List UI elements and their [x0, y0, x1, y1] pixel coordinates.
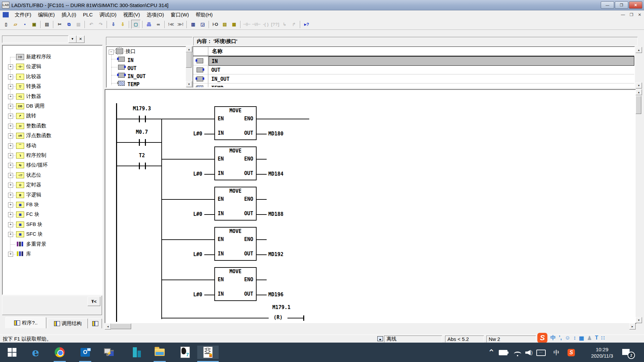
paste-icon[interactable]: ▧	[74, 20, 83, 28]
touch-keyboard-icon[interactable]: ∷∷	[536, 348, 546, 358]
goto-prev-error-icon[interactable]: !≪	[167, 20, 175, 28]
empty-box-icon[interactable]: [??]	[271, 20, 279, 28]
catalog-item-status-bits[interactable]: 状态位	[26, 172, 41, 178]
minimize-button[interactable]: —	[601, 1, 614, 9]
view-overview-icon[interactable]: ◲	[198, 20, 207, 28]
scroll-thumb[interactable]	[186, 52, 192, 68]
catalog-item-library[interactable]: 库	[26, 251, 31, 257]
catalog-item-new-network[interactable]: 新建程序段	[26, 54, 51, 60]
expand-button[interactable]: +	[8, 153, 13, 158]
block-output-operand[interactable]: MD196	[268, 292, 305, 298]
overview-toggle-button[interactable]: Ŧ<	[88, 297, 100, 306]
chrome-taskbar-button[interactable]	[53, 346, 66, 359]
block-title[interactable]: MOVE	[214, 148, 257, 154]
scroll-up-arrow[interactable]: ▲	[636, 89, 642, 95]
interface-tree-item-IN_OUT[interactable]: IN_OUT	[127, 72, 146, 80]
block-output-operand[interactable]: MD184	[268, 171, 305, 177]
ime-zh-icon[interactable]: 中	[551, 348, 561, 358]
catalog-item-multi-instance[interactable]: 多重背景	[26, 241, 46, 247]
catalog-field[interactable]	[2, 36, 68, 43]
scroll-left-arrow[interactable]: ◄	[105, 323, 111, 329]
block-title[interactable]: MOVE	[214, 108, 257, 114]
download-icon[interactable]: ⇩	[109, 20, 118, 28]
expand-button[interactable]: +	[8, 163, 13, 168]
expand-button[interactable]: +	[8, 143, 13, 148]
cut-icon[interactable]: ✂	[55, 20, 64, 28]
ladder-vscrollbar[interactable]: ▲▼	[636, 89, 642, 322]
server-taskbar-button[interactable]	[130, 346, 144, 359]
block-title[interactable]: MOVE	[214, 228, 257, 234]
restore-button[interactable]: ❐	[615, 1, 628, 9]
catalog-item-program-control[interactable]: 程序控制	[26, 152, 46, 159]
expand-button[interactable]: +	[8, 133, 13, 138]
block-input-operand[interactable]: L#0	[177, 292, 202, 298]
catalog-close-button[interactable]: ✕	[76, 36, 85, 43]
voice-icon[interactable]: ↕	[573, 335, 576, 341]
tab-调用结构[interactable]: 调用结构	[48, 318, 88, 328]
contact-operand[interactable]: M179.3	[118, 106, 165, 112]
expand-button[interactable]: +	[8, 173, 13, 178]
expand-button[interactable]: +	[8, 212, 13, 217]
copy-icon[interactable]: ⧉	[65, 20, 73, 28]
menu-文件F[interactable]: 文件(F)	[11, 11, 35, 19]
interface-tree-item-TEMP[interactable]: TEMP	[127, 80, 140, 88]
outlook-taskbar-button[interactable]: O	[78, 346, 92, 359]
block-input-operand[interactable]: L#0	[177, 131, 202, 137]
contact-operand[interactable]: T2	[118, 153, 165, 159]
view-lad-icon[interactable]: ▥	[189, 20, 198, 28]
catalog-item-bit-logic[interactable]: 位逻辑	[26, 63, 41, 70]
catalog-item-fb-block[interactable]: FB 块	[26, 201, 39, 208]
scroll-up-arrow[interactable]: ▲	[636, 47, 642, 53]
coil-icon[interactable]: -( )	[261, 20, 270, 28]
taskbar-clock[interactable]: 10:29 2020/11/3	[585, 347, 619, 359]
chevron-up-icon[interactable]: ⌃	[486, 348, 496, 358]
contact-no-icon[interactable]: ⊣⊢	[243, 20, 251, 28]
menu-窗口W[interactable]: 窗口(W)	[167, 11, 192, 19]
program-elements-icon[interactable]: ▤	[220, 20, 229, 28]
contact-operand[interactable]: M0.7	[118, 129, 165, 135]
block-output-operand[interactable]: MD180	[268, 131, 305, 137]
edge-taskbar-button[interactable]: e	[29, 346, 42, 359]
print-icon[interactable]: ▤	[43, 20, 51, 28]
new-network-icon[interactable]: ⊦O	[211, 20, 220, 28]
expand-button[interactable]: +	[8, 252, 13, 257]
close-button[interactable]: ✕	[629, 1, 642, 9]
expand-button[interactable]: +	[8, 222, 13, 227]
lad-editor-taskbar-button[interactable]	[197, 346, 219, 359]
soft-keyboard-icon[interactable]: ▦	[579, 335, 584, 341]
catalog-item-jump[interactable]: 跳转	[26, 113, 36, 119]
save-source-icon[interactable]: ▪	[20, 20, 29, 28]
sogou-tray-icon[interactable]: S	[566, 348, 576, 358]
block-input-operand[interactable]: L#0	[177, 211, 202, 217]
pc-link-taskbar-button[interactable]: ⚡	[102, 346, 115, 359]
contact-nc-icon[interactable]: ⊣/⊢	[252, 20, 261, 28]
expand-button[interactable]: +	[8, 84, 13, 89]
explorer-taskbar-button[interactable]	[153, 346, 166, 359]
emoji-icon[interactable]: ☺	[565, 335, 570, 341]
element-overview-icon[interactable]: ▢	[131, 20, 141, 29]
block-input-operand[interactable]: L#0	[177, 251, 202, 257]
expand-button[interactable]: +	[8, 202, 13, 207]
tab-程序?..[interactable]: 程序?..	[5, 317, 46, 328]
account-icon[interactable]: ♟	[587, 335, 592, 341]
interface-root-label[interactable]: 接口	[125, 48, 136, 55]
interface-tree-scrollbar[interactable]: ▲▼	[186, 46, 192, 86]
expand-button[interactable]: +	[8, 232, 13, 237]
menu-视图V[interactable]: 视图(V)	[120, 11, 143, 19]
save-icon[interactable]: ▣	[30, 20, 39, 28]
scroll-down-arrow[interactable]: ▼	[186, 81, 192, 87]
monitor-variable-icon[interactable]: ∞	[154, 20, 163, 28]
undo-icon[interactable]: ↶	[87, 20, 96, 28]
goto-next-error-icon[interactable]: ≫!	[176, 20, 185, 28]
catalog-item-timer[interactable]: 定时器	[26, 182, 41, 188]
toolbox-icon[interactable]: ∷	[601, 335, 604, 341]
table-row-IN_OUT[interactable]: IN_OUT	[209, 74, 634, 83]
interface-tree-item-OUT[interactable]: OUT	[127, 64, 137, 72]
expand-button[interactable]: +	[8, 104, 13, 109]
catalog-item-integer-fn[interactable]: 整数函数	[26, 123, 46, 129]
scroll-down-arrow[interactable]: ▼	[636, 82, 642, 88]
mdi-close-button[interactable]: ✕	[638, 12, 641, 17]
wifi-icon[interactable]	[513, 348, 523, 358]
catalog-item-shift-rotate[interactable]: 移位/循环	[26, 162, 48, 168]
close-branch-icon[interactable]: ↱	[289, 20, 298, 28]
